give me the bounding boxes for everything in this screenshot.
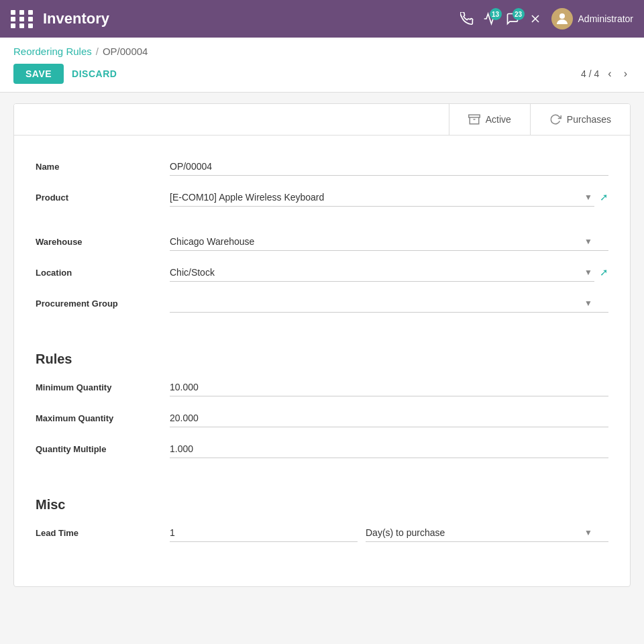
max-qty-field (170, 409, 608, 427)
qty-multiple-input[interactable] (170, 440, 608, 458)
main-content: Active Purchases Name Product (0, 93, 644, 598)
product-row: Product [E-COM10] Apple Wireless Keyboar… (36, 185, 608, 209)
lead-time-row: Lead Time Day(s) to purchase ▼ (36, 521, 608, 545)
breadcrumb-parent[interactable]: Reordering Rules (13, 46, 92, 57)
breadcrumb-separator: / (96, 46, 99, 57)
avatar-icon (554, 11, 570, 27)
form-group-sep-2 (36, 322, 608, 335)
max-qty-label: Maximum Quantity (36, 413, 170, 423)
warehouse-select[interactable]: Chicago Warehouse (170, 233, 608, 251)
admin-label: Administrator (578, 13, 633, 24)
breadcrumb-current: OP/00004 (103, 46, 148, 57)
min-qty-label: Minimum Quantity (36, 382, 170, 392)
form-card: Active Purchases Name Product (13, 103, 631, 587)
tab-active[interactable]: Active (449, 104, 530, 135)
location-external-link-icon[interactable]: ➚ (600, 266, 608, 278)
procurement-group-select[interactable] (170, 294, 608, 313)
location-label: Location (36, 268, 170, 278)
svg-rect-3 (468, 115, 480, 117)
procurement-group-field: ▼ (170, 294, 608, 313)
chat-icon-btn[interactable]: 23 (506, 12, 519, 25)
topnav: Inventory 13 23 (0, 0, 644, 38)
archive-icon (468, 113, 480, 125)
app-title: Inventory (43, 10, 109, 28)
pager: 4 / 4 ‹ › (581, 66, 631, 81)
lead-time-label: Lead Time (36, 528, 170, 538)
qty-multiple-label: Quantity Multiple (36, 444, 170, 454)
product-select[interactable]: [E-COM10] Apple Wireless Keyboard (170, 189, 594, 207)
toolbar: SAVE DISCARD 4 / 4 ‹ › (13, 64, 631, 92)
procurement-group-label: Procurement Group (36, 299, 170, 309)
svg-point-2 (559, 13, 565, 19)
close-icon (529, 12, 542, 25)
product-label: Product (36, 193, 170, 203)
activity-icon-btn[interactable]: 13 (483, 12, 496, 25)
rules-section-title: Rules (36, 352, 608, 367)
tab-spacer (14, 104, 449, 135)
phone-icon-btn[interactable] (460, 12, 474, 25)
qty-multiple-row: Quantity Multiple (36, 437, 608, 461)
tab-active-label: Active (486, 114, 511, 125)
form-body: Name Product [E-COM10] Apple Wireless Ke… (14, 136, 630, 586)
phone-icon (460, 12, 474, 25)
misc-section-title: Misc (36, 497, 608, 513)
admin-avatar-btn[interactable]: Administrator (551, 8, 633, 30)
warehouse-field: Chicago Warehouse ▼ (170, 233, 608, 251)
refresh-icon (549, 113, 561, 125)
name-label: Name (36, 162, 170, 172)
form-group-sep-3 (36, 468, 608, 481)
qty-multiple-field (170, 440, 608, 458)
procurement-group-row: Procurement Group ▼ (36, 291, 608, 315)
product-field: [E-COM10] Apple Wireless Keyboard ▼ ➚ (170, 189, 608, 207)
location-select[interactable]: Chic/Stock (170, 264, 594, 282)
min-qty-field (170, 378, 608, 396)
topnav-icons: 13 23 Administrator (460, 8, 633, 30)
name-input[interactable] (170, 158, 608, 176)
location-row: Location Chic/Stock ▼ ➚ (36, 260, 608, 284)
min-qty-input[interactable] (170, 378, 608, 396)
discard-button[interactable]: DISCARD (72, 68, 117, 79)
location-field: Chic/Stock ▼ ➚ (170, 264, 608, 282)
tab-purchases[interactable]: Purchases (530, 104, 630, 135)
pager-prev-button[interactable]: ‹ (604, 66, 614, 81)
activity-badge: 13 (490, 8, 502, 20)
max-qty-input[interactable] (170, 409, 608, 427)
name-field (170, 158, 608, 176)
chat-badge: 23 (513, 8, 525, 20)
lead-time-unit-select[interactable]: Day(s) to purchase (366, 524, 608, 542)
pager-next-button[interactable]: › (621, 66, 631, 81)
lead-time-field: Day(s) to purchase ▼ (170, 524, 608, 542)
max-qty-row: Maximum Quantity (36, 406, 608, 430)
product-external-link-icon[interactable]: ➚ (600, 191, 608, 203)
page-header: Reordering Rules / OP/00004 SAVE DISCARD… (0, 38, 644, 93)
breadcrumb: Reordering Rules / OP/00004 (13, 46, 631, 57)
avatar (551, 8, 573, 30)
tab-purchases-label: Purchases (567, 114, 611, 125)
form-bottom-spacer (36, 551, 608, 568)
card-tabs: Active Purchases (14, 104, 630, 136)
app-grid-icon[interactable] (11, 10, 35, 28)
name-row: Name (36, 154, 608, 178)
warehouse-label: Warehouse (36, 237, 170, 247)
pager-info: 4 / 4 (581, 68, 599, 79)
min-qty-row: Minimum Quantity (36, 375, 608, 399)
close-icon-btn[interactable] (529, 12, 542, 25)
warehouse-row: Warehouse Chicago Warehouse ▼ (36, 229, 608, 254)
lead-time-input[interactable] (170, 524, 358, 542)
form-group-sep-1 (36, 216, 608, 229)
save-button[interactable]: SAVE (13, 64, 64, 84)
